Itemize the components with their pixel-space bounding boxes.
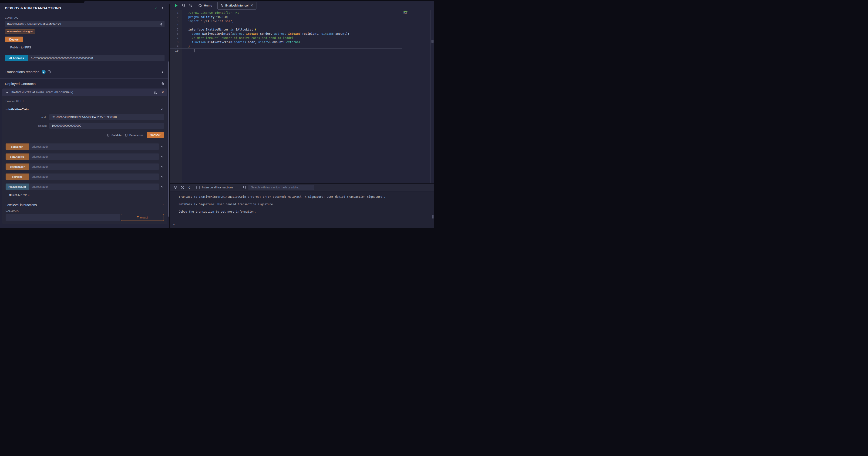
- setManager-expand-chevron-down-icon[interactable]: [161, 166, 164, 168]
- terminal-log-3[interactable]: Debug the transaction to get more inform…: [179, 209, 434, 214]
- zoom-in-icon[interactable]: [189, 4, 192, 7]
- setAdmin-expand-chevron-down-icon[interactable]: [161, 146, 164, 148]
- readAllowList-button[interactable]: readAllowList: [6, 183, 29, 190]
- setNone-input[interactable]: [29, 173, 159, 180]
- transact-button[interactable]: transact: [147, 132, 164, 138]
- code-line-2[interactable]: 2pragma solidity ^0.8.0;: [170, 15, 402, 19]
- expanded-function-name: mintNativeCoin: [6, 108, 161, 111]
- at-address-button[interactable]: At Address: [5, 55, 28, 61]
- setEnabled-input[interactable]: [29, 153, 159, 160]
- collapse-contract-chevron-down-icon[interactable]: [6, 91, 9, 93]
- expand-transactions-chevron-right-icon[interactable]: [161, 70, 164, 74]
- copy-icon: [125, 134, 128, 137]
- editor-scrollbar[interactable]: [431, 40, 434, 43]
- text-cursor: [194, 49, 195, 52]
- function-row-setNone: setNone: [6, 173, 164, 180]
- listen-transactions-checkbox[interactable]: [196, 186, 200, 189]
- code-line-1[interactable]: 1//SPDX-License-Identifier: MIT: [170, 11, 402, 15]
- line-number: 6: [170, 32, 182, 36]
- function-row-setAdmin: setAdmin: [6, 143, 164, 150]
- code-line-3[interactable]: 3import "./IAllowList.sol";: [170, 19, 402, 23]
- tab-inativeminter-sol[interactable]: INativeMinter.sol ✕: [217, 2, 256, 9]
- code-line-6[interactable]: 6 event NativeCoinMinted(address indexed…: [170, 32, 402, 36]
- calldata-label: CALLDATA: [6, 209, 164, 212]
- at-address-input[interactable]: [28, 55, 164, 61]
- play-icon[interactable]: [174, 3, 178, 8]
- remove-contract-close-icon[interactable]: ✕: [161, 91, 164, 94]
- setEnabled-button[interactable]: setEnabled: [6, 153, 29, 160]
- low-level-transact-button[interactable]: Transact: [121, 214, 164, 221]
- calldata-input[interactable]: [6, 214, 120, 221]
- terminal-scrollbar[interactable]: [432, 215, 434, 219]
- terminal-log-2[interactable]: MetaMask Tx Signature: User denied trans…: [179, 202, 434, 206]
- low-level-title: Low level interactions: [6, 203, 162, 207]
- function-list: setAdminsetEnabledsetManagersetNonereadA…: [6, 143, 164, 190]
- deployed-contracts-title: Deployed Contracts: [5, 82, 161, 86]
- collapse-panel-chevron-right-icon[interactable]: [161, 6, 164, 10]
- param-amount-input[interactable]: [49, 123, 164, 129]
- double-chevron-down-icon[interactable]: [174, 186, 177, 189]
- copy-calldata-label: Calldata: [112, 134, 122, 137]
- collapse-function-chevron-up-icon[interactable]: [161, 108, 164, 110]
- param-addr-label: addr:: [6, 116, 49, 118]
- page-title: DEPLOY & RUN TRANSACTIONS: [5, 6, 154, 10]
- setEnabled-expand-chevron-down-icon[interactable]: [161, 155, 164, 158]
- line-number: 1: [170, 11, 182, 15]
- setManager-input[interactable]: [29, 164, 159, 170]
- tab-home-label: Home: [204, 4, 212, 7]
- setAdmin-button[interactable]: setAdmin: [6, 143, 29, 150]
- setNone-button[interactable]: setNone: [6, 173, 29, 180]
- copy-parameters-button[interactable]: Parameters: [125, 134, 143, 137]
- title-underline: [5, 13, 91, 13]
- evm-version-badge: evm version: shanghai: [5, 29, 35, 34]
- readAllowList-input[interactable]: [29, 183, 159, 190]
- panel-header: DEPLOY & RUN TRANSACTIONS: [0, 3, 169, 13]
- contract-label: CONTRACT: [5, 16, 164, 19]
- info-icon: [48, 70, 51, 74]
- code-line-7[interactable]: 7 // Mint [amount] number of native coin…: [170, 36, 402, 40]
- tab-home[interactable]: Home: [197, 3, 214, 8]
- deploy-run-panel: DEPLOY & RUN TRANSACTIONS CONTRACT INati…: [0, 3, 169, 228]
- line-number: 5: [170, 27, 182, 32]
- terminal-log-1[interactable]: transact to INativeMinter.mintNativeCoin…: [179, 195, 434, 199]
- listen-transactions-label: listen on all transactions: [202, 186, 233, 189]
- function-row-setEnabled: setEnabled: [6, 153, 164, 160]
- home-icon: [198, 4, 202, 7]
- setManager-button[interactable]: setManager: [6, 164, 29, 170]
- info-icon: i: [162, 203, 164, 207]
- param-addr-input[interactable]: [49, 114, 164, 120]
- zoom-out-icon[interactable]: [182, 4, 185, 7]
- trash-icon[interactable]: [161, 82, 164, 85]
- terminal-prompt[interactable]: >: [173, 223, 175, 226]
- remix-ide-window: DEPLOY & RUN TRANSACTIONS CONTRACT INati…: [0, 0, 434, 228]
- deploy-button[interactable]: Deploy: [5, 36, 23, 42]
- setAdmin-input[interactable]: [29, 143, 159, 150]
- deployed-contracts-section: Deployed Contracts INATIVEMINTER AT 0X02…: [0, 79, 169, 224]
- readAllowList-expand-chevron-down-icon[interactable]: [161, 186, 164, 188]
- deployed-contract-card: INATIVEMINTER AT 0X020...00001 (BLOCKCHA…: [2, 88, 167, 224]
- line-number: 3: [170, 19, 182, 23]
- publish-ipfs-checkbox[interactable]: [5, 46, 8, 49]
- code-editor[interactable]: 1//SPDX-License-Identifier: MIT2pragma s…: [170, 10, 434, 183]
- code-line-8[interactable]: 8 function mintNativeCoin(address addr, …: [170, 40, 402, 44]
- compile-success-check-icon: [154, 6, 158, 10]
- code-line-10[interactable]: 10: [170, 49, 402, 53]
- code-line-9[interactable]: 9}: [170, 44, 402, 49]
- close-tab-icon[interactable]: ✕: [251, 4, 253, 7]
- contract-select[interactable]: INativeMinter - contracts/INativeMinter.…: [5, 21, 164, 27]
- clear-console-ban-icon[interactable]: [181, 186, 185, 190]
- deployed-contract-header[interactable]: INATIVEMINTER AT 0X020...00001 (BLOCKCHA…: [2, 88, 167, 96]
- minimap[interactable]: [404, 11, 430, 20]
- left-panel-scrollbar[interactable]: [168, 61, 169, 217]
- contract-select-value: INativeMinter - contracts/INativeMinter.…: [7, 23, 160, 26]
- terminal-search-input[interactable]: [249, 185, 314, 190]
- tab-file-label: INativeMinter.sol: [225, 4, 249, 7]
- code-line-4[interactable]: 4: [170, 23, 402, 27]
- setNone-expand-chevron-down-icon[interactable]: [161, 176, 164, 178]
- copy-address-icon[interactable]: [154, 91, 157, 94]
- code-line-5[interactable]: 5interface INativeMinter is IAllowList {: [170, 27, 402, 32]
- transactions-recorded-section[interactable]: Transactions recorded 2: [0, 65, 169, 79]
- output-value: uint256: role 3: [12, 194, 29, 196]
- copy-calldata-button[interactable]: Calldata: [107, 134, 122, 137]
- line-number: 7: [170, 36, 182, 40]
